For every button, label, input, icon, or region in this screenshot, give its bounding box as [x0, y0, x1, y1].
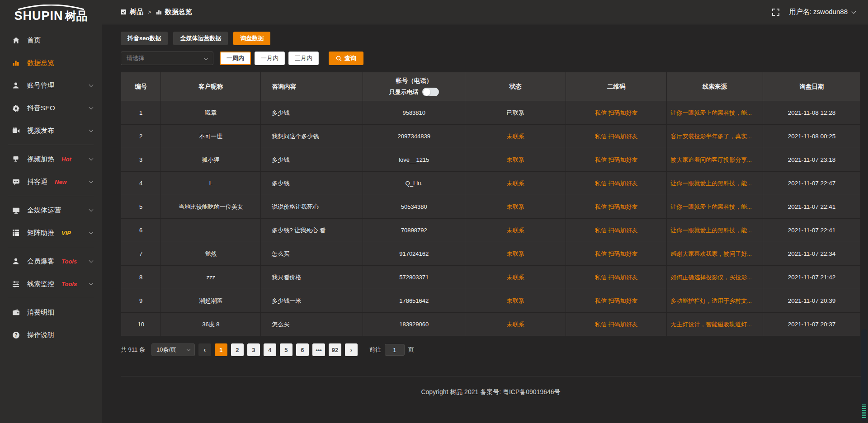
qr-links[interactable]: 私信 扫码加好友 [566, 195, 667, 219]
chevron-down-icon [89, 230, 94, 234]
source-link[interactable]: 感谢大家喜欢我家，被问了好... [667, 242, 763, 266]
sidebar-item-label: 线索监控 [27, 280, 54, 288]
cell-nickname: 哦章 [161, 101, 261, 125]
filter-bar: 请选择 一周内 一月内 三月内 查询 [121, 52, 861, 65]
sidebar-item-instructions[interactable]: ? 操作说明 [0, 324, 102, 346]
qr-links[interactable]: 私信 扫码加好友 [566, 266, 667, 289]
source-link[interactable]: 让你一眼就爱上的黑科技，能... [667, 172, 763, 195]
sidebar-item-lead-monitor[interactable]: 线索监控 Tools [0, 273, 102, 295]
username-label: 用户名: zswodun88 [789, 8, 848, 16]
page-size-value: 10条/页 [156, 346, 176, 354]
sidebar-item-data-overview[interactable]: 数据总览 [0, 52, 102, 74]
chevron-down-icon [89, 281, 94, 285]
cell-no: 3 [121, 148, 161, 172]
sidebar-item-matrix-boost[interactable]: 矩阵助推 VIP [0, 221, 102, 244]
sidebar-item-label: 操作说明 [27, 331, 54, 339]
chevron-down-icon [89, 127, 94, 132]
source-link[interactable]: 让你一眼就爱上的黑科技，能... [667, 219, 763, 242]
qr-links[interactable]: 私信 扫码加好友 [566, 148, 667, 172]
cell-account: 2097344839 [363, 125, 465, 148]
sidebar-item-omnimedia[interactable]: 全媒体运营 [0, 199, 102, 221]
breadcrumb-root[interactable]: 树品 [130, 8, 143, 16]
sidebar-divider [8, 145, 94, 145]
sidebar-item-account-management[interactable]: 账号管理 [0, 74, 102, 97]
data-tabs: 抖音seo数据 全媒体运营数据 询盘数据 [121, 32, 861, 45]
account-header-label: 帐号（电话） [363, 77, 465, 85]
page-scrollbar[interactable] [861, 329, 867, 422]
source-link[interactable]: 被大家追着问的客厅投影分享... [667, 148, 763, 172]
sidebar-item-home[interactable]: 首页 [0, 29, 102, 52]
page-ellipsis-button[interactable]: ••• [312, 343, 325, 356]
source-link[interactable]: 让你一眼就爱上的黑科技，能... [667, 195, 763, 219]
phone-only-label: 只显示电话 [389, 88, 419, 96]
page-button-2[interactable]: 2 [231, 343, 244, 356]
cell-date: 2021-11-07 22:41 [763, 195, 861, 219]
page-button-4[interactable]: 4 [264, 343, 276, 356]
filter-select[interactable]: 请选择 [121, 52, 213, 65]
range-three-months-button[interactable]: 三月内 [288, 52, 319, 65]
source-link[interactable]: 如何正确选择投影仪，买投影... [667, 266, 763, 289]
source-link[interactable]: 多功能护栏灯，适用于乡村文... [667, 289, 763, 313]
fullscreen-icon[interactable] [772, 9, 779, 16]
source-link[interactable]: 客厅安装投影半年多了，真实... [667, 125, 763, 148]
cell-content: 我想问这个多少钱 [261, 125, 363, 148]
cell-date: 2021-11-07 23:18 [763, 148, 861, 172]
content-area: 抖音seo数据 全媒体运营数据 询盘数据 请选择 一周内 一月内 三月内 查询 [102, 24, 868, 423]
table-row: 3 狐小狸 多少钱 love__1215 未联系 私信 扫码加好友 被大家追着问… [121, 148, 861, 172]
tab-inquiry-data[interactable]: 询盘数据 [233, 32, 270, 45]
tab-omnimedia-data[interactable]: 全媒体运营数据 [173, 32, 228, 45]
bar-chart-icon [12, 59, 20, 67]
copyright-text: Copyright 树品 2021 备案号: 粤ICP备09019646号 [421, 388, 560, 411]
table-row: 10 36度 8 怎么买 183929060 未联系 私信 扫码加好友 无主灯设… [121, 313, 861, 336]
range-one-month-button[interactable]: 一月内 [255, 52, 285, 65]
col-header-account: 帐号（电话） 只显示电话 [363, 72, 465, 101]
sidebar-item-video-heat[interactable]: 视频加热 Hot [0, 148, 102, 170]
sidebar-item-label: 视频发布 [27, 127, 54, 135]
tab-douyin-seo-data[interactable]: 抖音seo数据 [121, 32, 168, 45]
cell-account: 183929060 [363, 313, 465, 336]
goto-page-input[interactable] [385, 344, 405, 356]
sidebar-item-label: 抖客通 [27, 178, 47, 186]
phone-only-toggle[interactable] [422, 88, 439, 96]
cell-no: 6 [121, 219, 161, 242]
brand-logo: SHUPIN树品 [0, 0, 102, 24]
source-link[interactable]: 无主灯设计，智能磁吸轨道灯... [667, 313, 763, 336]
tools-badge: Tools [61, 281, 77, 287]
sidebar-divider [8, 196, 94, 196]
page-button-1[interactable]: 1 [215, 343, 227, 356]
qr-links[interactable]: 私信 扫码加好友 [566, 125, 667, 148]
scrollbar-thumb[interactable] [862, 404, 866, 419]
page-button-92[interactable]: 92 [329, 343, 341, 356]
cell-nickname: 觉然 [161, 242, 261, 266]
page-button-3[interactable]: 3 [247, 343, 260, 356]
page-button-5[interactable]: 5 [280, 343, 292, 356]
cell-content: 说说价格让我死心 [261, 195, 363, 219]
sidebar-item-member-burst[interactable]: 会员爆客 Tools [0, 250, 102, 273]
cell-content: 多少钱一米 [261, 289, 363, 313]
chevron-down-icon [89, 82, 94, 87]
chevron-down-icon [89, 258, 94, 263]
sidebar-item-doukeTong[interactable]: 抖客通 New [0, 170, 102, 193]
qr-links[interactable]: 私信 扫码加好友 [566, 313, 667, 336]
sidebar-item-douyin-seo[interactable]: 抖音SEO [0, 97, 102, 119]
user-menu[interactable]: 用户名: zswodun88 [789, 8, 855, 16]
qr-links[interactable]: 私信 扫码加好友 [566, 172, 667, 195]
source-link[interactable]: 让你一眼就爱上的黑科技，能... [667, 101, 763, 125]
cell-account: Q_Liu. [363, 172, 465, 195]
inquiry-table: 编号 客户昵称 咨询内容 帐号（电话） 只显示电话 状态 二维码 线索来源 [121, 72, 861, 336]
range-one-week-button[interactable]: 一周内 [220, 52, 251, 65]
cell-no: 9 [121, 289, 161, 313]
qr-links[interactable]: 私信 扫码加好友 [566, 289, 667, 313]
page-size-select[interactable]: 10条/页 [151, 343, 195, 356]
col-header-date: 询盘日期 [763, 72, 861, 101]
prev-page-button[interactable]: ‹ [198, 343, 211, 356]
qr-links[interactable]: 私信 扫码加好友 [566, 242, 667, 266]
qr-links[interactable]: 私信 扫码加好友 [566, 219, 667, 242]
next-page-button[interactable]: › [345, 343, 358, 356]
qr-links[interactable]: 私信 扫码加好友 [566, 101, 667, 125]
sidebar-item-spend-details[interactable]: 消费明细 [0, 301, 102, 324]
page-button-6[interactable]: 6 [296, 343, 309, 356]
query-button[interactable]: 查询 [329, 52, 363, 65]
sidebar-item-video-publish[interactable]: 视频发布 [0, 119, 102, 142]
status-badge: 未联系 [465, 242, 566, 266]
